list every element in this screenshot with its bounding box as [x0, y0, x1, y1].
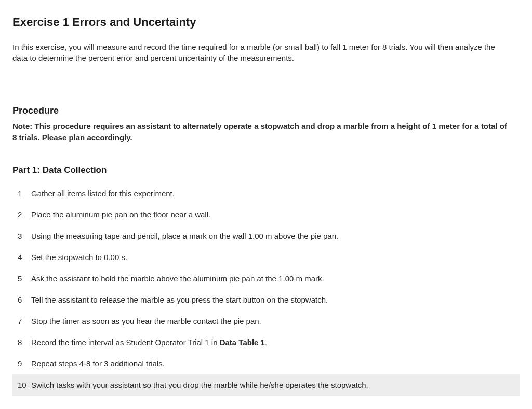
step-item: 10 Switch tasks with your assistant so t… [12, 374, 520, 396]
step-number: 7 [17, 316, 31, 326]
part1-heading: Part 1: Data Collection [12, 165, 520, 175]
step-text: Set the stopwatch to 0.00 s. [31, 252, 520, 263]
step-number: 2 [17, 209, 31, 220]
step-item: 3 Using the measuring tape and pencil, p… [12, 225, 520, 247]
step-text: Switch tasks with your assistant so that… [31, 379, 520, 390]
step-number: 3 [17, 230, 31, 241]
step-number: 4 [17, 252, 31, 263]
part1-steps: 1 Gather all items listed for this exper… [12, 183, 520, 396]
step-item: 9 Repeat steps 4-8 for 3 additional tria… [12, 353, 520, 374]
step-text: Place the aluminum pie pan on the floor … [31, 209, 520, 220]
procedure-note: Note: This procedure requires an assista… [12, 120, 511, 143]
step-item: 5 Ask the assistant to hold the marble a… [12, 268, 520, 289]
step-number: 6 [17, 294, 31, 305]
exercise-title: Exercise 1 Errors and Uncertainty [12, 16, 520, 29]
step-number: 5 [17, 273, 31, 284]
step-number: 9 [17, 358, 31, 369]
step-text: Record the time interval as Student Oper… [31, 337, 520, 348]
step-item: 8 Record the time interval as Student Op… [12, 332, 520, 353]
bold-table-ref: Data Table 1 [220, 338, 265, 347]
step-item: 2 Place the aluminum pie pan on the floo… [12, 204, 520, 225]
divider [12, 76, 520, 76]
step-text: Using the measuring tape and pencil, pla… [31, 230, 520, 241]
step-text: Stop the timer as soon as you hear the m… [31, 316, 520, 326]
procedure-heading: Procedure [12, 105, 520, 116]
step-item: 4 Set the stopwatch to 0.00 s. [12, 247, 520, 268]
step-text: Repeat steps 4-8 for 3 additional trials… [31, 358, 520, 369]
step-number: 10 [17, 379, 31, 390]
step-item: 1 Gather all items listed for this exper… [12, 183, 520, 204]
step-item: 7 Stop the timer as soon as you hear the… [12, 310, 520, 332]
step-text: Ask the assistant to hold the marble abo… [31, 273, 520, 284]
step-number: 8 [17, 337, 31, 348]
step-item: 6 Tell the assistant to release the marb… [12, 289, 520, 310]
step-text: Gather all items listed for this experim… [31, 188, 520, 199]
step-number: 1 [17, 188, 31, 199]
exercise-intro: In this exercise, you will measure and r… [12, 42, 511, 63]
step-text: Tell the assistant to release the marble… [31, 294, 520, 305]
